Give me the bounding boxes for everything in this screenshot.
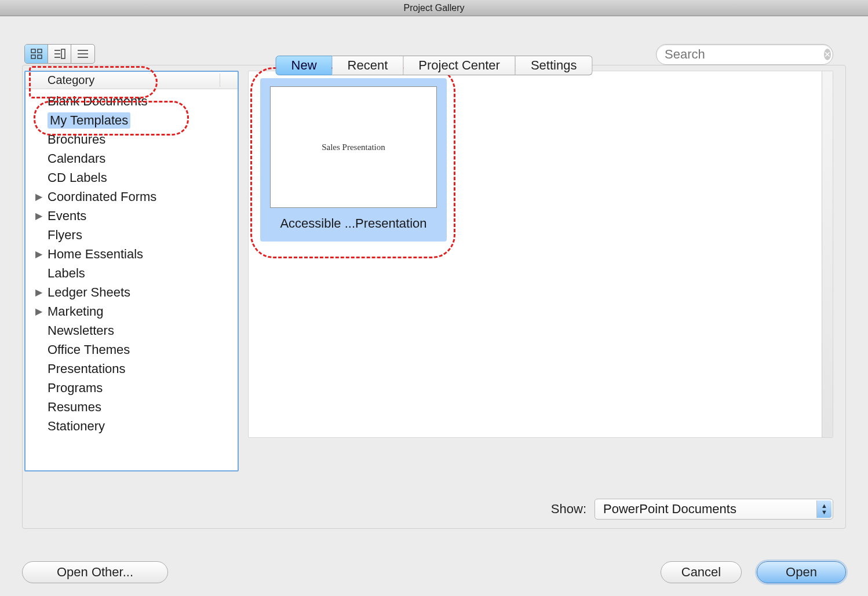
category-item-label: Calendars — [48, 151, 105, 166]
template-label: Accessible ...Presentation — [280, 216, 426, 231]
category-list: Category Blank DocumentsMy TemplatesBroc… — [24, 71, 239, 471]
tab-label: New — [291, 58, 317, 72]
category-item-label: Programs — [48, 381, 103, 396]
search-field[interactable]: ✕ — [656, 44, 833, 65]
cancel-button[interactable]: Cancel — [661, 561, 742, 583]
search-input[interactable] — [665, 47, 824, 62]
category-item-label: Marketing — [48, 304, 104, 319]
filter-selected-value: PowerPoint Documents — [603, 502, 736, 517]
dialog-body: New Recent Project Center Settings ✕ Cat… — [0, 16, 868, 596]
svg-rect-1 — [38, 49, 42, 53]
category-item[interactable]: My Templates — [25, 111, 238, 130]
category-item[interactable]: ▶Coordinated Forms — [25, 187, 238, 206]
category-item[interactable]: CD Labels — [25, 168, 238, 187]
tab-new[interactable]: New — [276, 56, 333, 75]
category-item[interactable]: Stationery — [25, 416, 238, 436]
category-item-label: Home Essentials — [48, 247, 143, 262]
tab-project-center[interactable]: Project Center — [403, 56, 516, 75]
category-item[interactable]: Blank Documents — [25, 92, 238, 111]
category-item-label: Blank Documents — [48, 94, 147, 109]
category-item[interactable]: Programs — [25, 378, 238, 397]
svg-rect-2 — [31, 55, 35, 58]
view-icons-button[interactable] — [25, 45, 48, 63]
button-label: Cancel — [681, 565, 721, 580]
tab-bar: New Recent Project Center Settings — [276, 56, 593, 75]
category-item-label: Office Themes — [48, 342, 130, 357]
category-list-header: Category — [25, 72, 238, 89]
button-label: Open Other... — [57, 565, 133, 580]
category-item[interactable]: ▶Ledger Sheets — [25, 283, 238, 302]
tab-recent[interactable]: Recent — [333, 56, 404, 75]
category-item[interactable]: Calendars — [25, 149, 238, 168]
category-item[interactable]: ▶Events — [25, 206, 238, 225]
list-icon — [77, 49, 89, 59]
category-item[interactable]: Flyers — [25, 225, 238, 244]
window-titlebar: Project Gallery — [0, 0, 868, 16]
category-item-label: Ledger Sheets — [48, 285, 130, 300]
tab-label: Project Center — [418, 58, 500, 72]
category-item[interactable]: Presentations — [25, 359, 238, 378]
filter-dropdown[interactable]: PowerPoint Documents ▲▼ — [595, 499, 833, 520]
category-item[interactable]: Resumes — [25, 397, 238, 416]
template-preview: Sales Presentation — [270, 86, 437, 208]
disclosure-triangle-icon[interactable]: ▶ — [34, 210, 44, 221]
open-other-button[interactable]: Open Other... — [22, 561, 168, 583]
template-item[interactable]: Sales Presentation Accessible ...Present… — [260, 78, 447, 242]
filter-row: Show: PowerPoint Documents ▲▼ — [551, 499, 833, 520]
category-item-label: Flyers — [48, 228, 82, 243]
grid-icon — [31, 49, 42, 59]
category-item-label: Coordinated Forms — [48, 189, 156, 204]
svg-rect-7 — [61, 49, 65, 58]
columns-icon — [54, 49, 65, 59]
category-item[interactable]: Office Themes — [25, 340, 238, 359]
category-item[interactable]: ▶Home Essentials — [25, 244, 238, 264]
category-item-label: Events — [48, 209, 86, 224]
template-preview-text: Sales Presentation — [322, 142, 385, 152]
disclosure-triangle-icon[interactable]: ▶ — [34, 306, 44, 317]
dialog-footer: Open Other... Cancel Open — [22, 561, 846, 583]
category-items-container: Blank DocumentsMy TemplatesBrochuresCale… — [25, 89, 238, 438]
category-item-label: Resumes — [48, 400, 101, 415]
category-item-label: Stationery — [48, 419, 105, 434]
category-item[interactable]: Brochures — [25, 130, 238, 149]
clear-search-icon[interactable]: ✕ — [824, 49, 831, 60]
category-item-label: CD Labels — [48, 170, 107, 185]
dropdown-stepper-icon: ▲▼ — [816, 500, 831, 518]
category-item-label: Labels — [48, 266, 85, 281]
button-label: Open — [786, 565, 817, 580]
filter-label: Show: — [551, 502, 586, 517]
category-item[interactable]: Newsletters — [25, 321, 238, 340]
category-item-label: My Templates — [48, 112, 130, 129]
category-item-label: Newsletters — [48, 323, 114, 338]
svg-rect-0 — [31, 49, 35, 53]
tab-label: Settings — [531, 58, 577, 72]
window-title: Project Gallery — [404, 3, 465, 13]
disclosure-triangle-icon[interactable]: ▶ — [34, 191, 44, 202]
disclosure-triangle-icon[interactable]: ▶ — [34, 287, 44, 298]
view-list-button[interactable] — [71, 45, 94, 63]
view-mode-toggle — [24, 44, 95, 64]
view-columns-button[interactable] — [48, 45, 71, 63]
disclosure-triangle-icon[interactable]: ▶ — [34, 248, 44, 259]
category-item-label: Brochures — [48, 132, 105, 147]
category-item[interactable]: ▶Marketing — [25, 302, 238, 321]
category-item[interactable]: Labels — [25, 264, 238, 283]
svg-rect-3 — [38, 55, 42, 58]
tab-label: Recent — [348, 58, 388, 72]
category-header-label[interactable]: Category — [25, 74, 220, 87]
template-grid: Sales Presentation Accessible ...Present… — [248, 71, 833, 438]
open-button[interactable]: Open — [757, 561, 846, 583]
tab-settings[interactable]: Settings — [516, 56, 593, 75]
category-item-label: Presentations — [48, 361, 126, 376]
